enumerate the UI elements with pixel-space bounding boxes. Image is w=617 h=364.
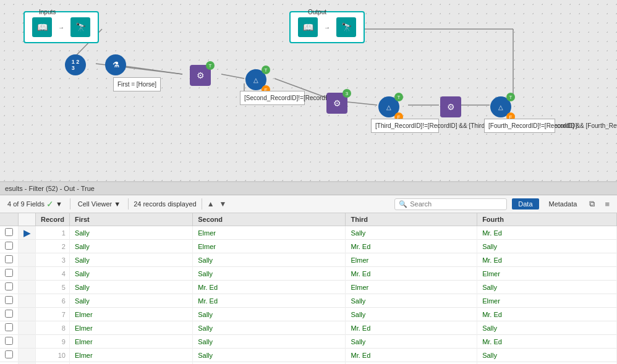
cell-second: Sally: [193, 253, 346, 267]
table-row: 3SallySallyElmerMr. Ed: [0, 253, 617, 267]
cell-fourth: Sally: [477, 362, 617, 365]
table-row: 9ElmerSallySallyMr. Ed: [0, 335, 617, 349]
number-node[interactable]: 1 23: [65, 54, 86, 75]
row-checkbox[interactable]: [0, 240, 19, 253]
row-number: 9: [36, 335, 70, 349]
filter-label-2: [Second_RecordID]!=[RecordID]: [240, 91, 305, 105]
col-third: Third: [346, 213, 477, 226]
row-nav: [19, 294, 36, 308]
row-checkbox[interactable]: [0, 335, 19, 349]
sep-3: [202, 198, 202, 210]
row-checkbox[interactable]: [0, 253, 19, 267]
badge-t-1: T: [206, 61, 215, 70]
results-panel: esults - Filter (52) - Out - True 4 of 9…: [0, 182, 617, 364]
row-nav: [19, 349, 36, 362]
nav-arrow-right[interactable]: ▶: [23, 228, 30, 238]
search-container: 🔍: [394, 198, 507, 210]
cell-first: Sally: [69, 240, 192, 253]
row-checkbox[interactable]: [0, 226, 19, 240]
table-header: Record First Second Third Fourth: [0, 213, 617, 226]
table-row: 2SallyElmerMr. EdSally: [0, 240, 617, 253]
gear-node-1[interactable]: ⚙ T: [190, 65, 211, 86]
fields-dropdown-icon: ▼: [56, 200, 62, 208]
table-row: 6SallyMr. EdSallyElmer: [0, 294, 617, 308]
inputs-label: Inputs: [39, 9, 56, 15]
cell-second: Sally: [193, 308, 346, 321]
results-table-container[interactable]: Record First Second Third Fourth ▶1Sally…: [0, 213, 617, 364]
cell-second: Sally: [193, 349, 346, 362]
row-number: 3: [36, 253, 70, 267]
col-record: Record: [36, 213, 70, 226]
triangle-node-1[interactable]: △ T F: [245, 69, 266, 90]
table-row: 4SallySallyMr. EdElmer: [0, 267, 617, 281]
row-number: 4: [36, 267, 70, 281]
row-checkbox[interactable]: [0, 267, 19, 281]
row-checkbox[interactable]: [0, 349, 19, 362]
inputs-browse-icon: 🔭: [70, 17, 90, 37]
cell-third: Mr. Ed: [346, 349, 477, 362]
badge-t-tri3: T: [506, 93, 515, 101]
metadata-btn[interactable]: Metadata: [544, 198, 582, 210]
table-body: ▶1SallyElmerSallyMr. Ed2SallyElmerMr. Ed…: [0, 226, 617, 365]
cell-first: Sally: [69, 294, 192, 308]
cell-first: Elmer: [69, 308, 192, 321]
col-first: First: [69, 213, 192, 226]
col-checkbox: [0, 213, 19, 226]
output-label: Output: [308, 9, 326, 15]
output-browse-icon: 🔭: [336, 17, 356, 37]
cell-first: Sally: [69, 226, 192, 240]
row-nav: [19, 253, 36, 267]
row-checkbox[interactable]: [0, 294, 19, 308]
row-nav: [19, 335, 36, 349]
results-title: esults - Filter (52) - Out - True: [5, 185, 95, 192]
svg-line-2: [221, 74, 244, 78]
table-row: 10ElmerSallyMr. EdSally: [0, 349, 617, 362]
options-icon-btn[interactable]: ≡: [602, 198, 612, 210]
sep-1: [70, 198, 70, 210]
cell-viewer-btn[interactable]: Cell Viewer ▼: [75, 199, 123, 209]
triangle-node-3[interactable]: △ T F: [490, 96, 511, 117]
triangle-node-2[interactable]: △ T F: [378, 96, 399, 117]
cell-second: Mr. Ed: [193, 362, 346, 365]
fields-check-icon: ✓: [46, 199, 54, 209]
records-count: 24 records displayed: [134, 200, 197, 208]
search-input[interactable]: [410, 200, 503, 208]
gear-node-3[interactable]: ⚙: [440, 96, 461, 117]
cell-third: Elmer: [346, 281, 477, 294]
cell-second: Sally: [193, 335, 346, 349]
row-checkbox[interactable]: [0, 362, 19, 365]
row-checkbox[interactable]: [0, 321, 19, 335]
row-checkbox[interactable]: [0, 281, 19, 294]
cell-third: Sally: [346, 226, 477, 240]
cell-fourth: Elmer: [477, 267, 617, 281]
col-second: Second: [193, 213, 346, 226]
cell-third: Mr. Ed: [346, 240, 477, 253]
formula-node[interactable]: ⚗: [105, 54, 126, 75]
gear-node-2[interactable]: ⚙ 3: [326, 93, 347, 114]
nav-up-btn[interactable]: ▲: [207, 200, 215, 208]
row-number: 10: [36, 349, 70, 362]
cell-third: Sally: [346, 294, 477, 308]
row-checkbox[interactable]: [0, 308, 19, 321]
cell-first: Sally: [69, 253, 192, 267]
copy-icon-btn[interactable]: ⧉: [587, 198, 597, 210]
output-node[interactable]: 📖 → 🔭: [289, 11, 365, 43]
output-arrow: →: [324, 24, 330, 31]
row-nav: [19, 267, 36, 281]
cell-second: Mr. Ed: [193, 294, 346, 308]
table-row: 5SallyMr. EdElmerSally: [0, 281, 617, 294]
row-nav: [19, 240, 36, 253]
cell-fourth: Sally: [477, 281, 617, 294]
nav-down-btn[interactable]: ▼: [219, 200, 227, 208]
fields-selector[interactable]: 4 of 9 Fields ✓ ▼: [5, 198, 65, 210]
workflow-canvas: 📖 → 🔭 Inputs 📖 → 🔭 Output 1 23 ⚗ First =…: [0, 0, 617, 182]
cell-fourth: Mr. Ed: [477, 253, 617, 267]
badge-t-tri2: T: [394, 93, 403, 101]
col-fourth: Fourth: [477, 213, 617, 226]
cell-fourth: Elmer: [477, 294, 617, 308]
data-btn[interactable]: Data: [512, 198, 538, 210]
results-toolbar: 4 of 9 Fields ✓ ▼ Cell Viewer ▼ 24 recor…: [0, 195, 617, 213]
inputs-node[interactable]: 📖 → 🔭: [23, 11, 99, 43]
filter-label-3: [Third_RecordID]!=[RecordID] && [Third_R…: [371, 119, 439, 133]
cell-first: Elmer: [69, 362, 192, 365]
